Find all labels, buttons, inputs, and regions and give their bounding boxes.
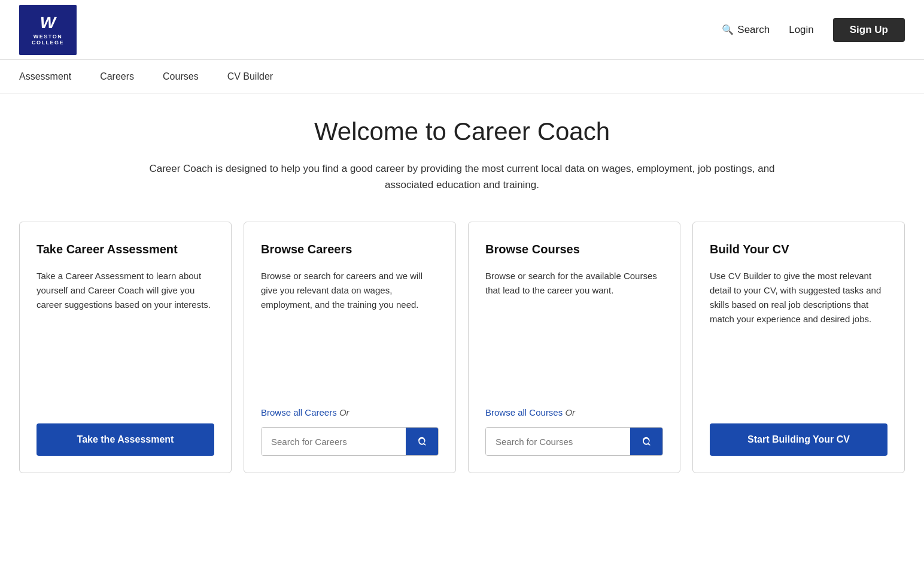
search-icon: 🔍 xyxy=(722,24,734,35)
browse-courses-or: Or xyxy=(565,407,575,417)
nav-item-courses[interactable]: Courses xyxy=(163,71,199,82)
courses-search-input[interactable] xyxy=(486,428,630,455)
logo[interactable]: W WESTON COLLEGE xyxy=(19,5,77,55)
hero-title: Welcome to Career Coach xyxy=(19,117,905,146)
card-cv-description: Use CV Builder to give the most relevant… xyxy=(710,269,887,407)
card-assessment-title: Take Career Assessment xyxy=(37,241,214,257)
nav-item-cv-builder[interactable]: CV Builder xyxy=(227,71,273,82)
careers-search-icon xyxy=(417,436,427,447)
start-cv-button[interactable]: Start Building Your CV xyxy=(710,423,887,456)
card-courses-actions: Browse all Courses Or xyxy=(485,407,663,456)
careers-search-box xyxy=(261,427,439,456)
card-careers: Browse Careers Browse or search for care… xyxy=(244,222,456,473)
browse-careers-or: Or xyxy=(339,407,349,417)
logo-text-bottom: COLLEGE xyxy=(32,40,64,46)
login-button[interactable]: Login xyxy=(789,24,814,36)
nav-item-careers[interactable]: Careers xyxy=(100,71,134,82)
nav-item-assessment[interactable]: Assessment xyxy=(19,71,71,82)
take-assessment-button[interactable]: Take the Assessment xyxy=(37,423,214,456)
header-search-label: Search xyxy=(737,24,770,36)
careers-search-input[interactable] xyxy=(262,428,406,455)
header-search-button[interactable]: 🔍 Search xyxy=(722,24,770,36)
browse-all-careers-link[interactable]: Browse all Careers Or xyxy=(261,407,439,417)
card-cv-title: Build Your CV xyxy=(710,241,887,257)
main-content: Welcome to Career Coach Career Coach is … xyxy=(0,93,924,509)
card-assessment: Take Career Assessment Take a Career Ass… xyxy=(19,222,232,473)
card-careers-actions: Browse all Careers Or xyxy=(261,407,439,456)
card-careers-title: Browse Careers xyxy=(261,241,439,257)
card-courses-title: Browse Courses xyxy=(485,241,663,257)
browse-all-courses-link[interactable]: Browse all Courses Or xyxy=(485,407,663,417)
hero-section: Welcome to Career Coach Career Coach is … xyxy=(19,117,905,193)
cards-container: Take Career Assessment Take a Career Ass… xyxy=(19,222,905,473)
card-courses-description: Browse or search for the available Cours… xyxy=(485,269,663,391)
logo-text-top: WESTON xyxy=(34,34,62,40)
careers-search-button[interactable] xyxy=(406,428,438,455)
card-courses: Browse Courses Browse or search for the … xyxy=(468,222,680,473)
hero-description: Career Coach is designed to help you fin… xyxy=(133,161,791,193)
browse-all-courses-label: Browse all Courses xyxy=(485,407,563,417)
card-assessment-description: Take a Career Assessment to learn about … xyxy=(37,269,214,407)
card-assessment-actions: Take the Assessment xyxy=(37,423,214,456)
browse-all-careers-label: Browse all Careers xyxy=(261,407,337,417)
signup-button[interactable]: Sign Up xyxy=(833,18,905,42)
site-header: W WESTON COLLEGE 🔍 Search Login Sign Up xyxy=(0,0,924,60)
main-nav: Assessment Careers Courses CV Builder xyxy=(0,60,924,93)
courses-search-box xyxy=(485,427,663,456)
card-cv-actions: Start Building Your CV xyxy=(710,423,887,456)
courses-search-icon xyxy=(641,436,652,447)
card-cv: Build Your CV Use CV Builder to give the… xyxy=(692,222,905,473)
courses-search-button[interactable] xyxy=(630,428,662,455)
card-careers-description: Browse or search for careers and we will… xyxy=(261,269,439,391)
logo-symbol: W xyxy=(40,14,56,31)
header-right: 🔍 Search Login Sign Up xyxy=(722,18,905,42)
